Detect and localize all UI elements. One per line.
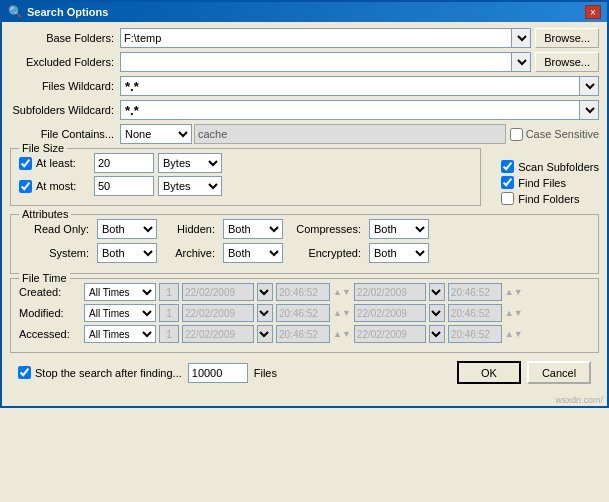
accessed-row: Accessed: All TimesWithin LastNot Within…	[19, 325, 590, 343]
file-time-title: File Time	[19, 272, 70, 284]
files-wildcard-row: Files Wildcard: *.*	[10, 76, 599, 96]
excluded-folders-input[interactable]	[120, 52, 512, 72]
compresses-label: Compresses:	[291, 223, 361, 235]
titlebar: 🔍 Search Options ×	[2, 2, 607, 22]
accessed-arrow2: ▲▼	[505, 329, 523, 339]
created-date1-dropdown	[257, 283, 273, 301]
excluded-folders-dropdown[interactable]	[511, 52, 531, 72]
hidden-combo[interactable]: BothYesNo	[223, 219, 283, 239]
file-contains-combo[interactable]: None	[120, 124, 192, 144]
subfolders-wildcard-dropdown[interactable]	[579, 100, 599, 120]
created-date1: 22/02/2009	[182, 283, 254, 301]
accessed-time2: 20:46:52	[448, 325, 502, 343]
find-files-checkbox[interactable]	[501, 176, 514, 189]
accessed-arrow: ▲▼	[333, 329, 351, 339]
modified-combo[interactable]: All TimesWithin LastNot Within LastBefor…	[84, 304, 156, 322]
window-icon: 🔍	[8, 5, 23, 19]
file-contains-label: File Contains...	[10, 128, 120, 140]
created-arrow: ▲▼	[333, 287, 351, 297]
excluded-folders-browse-button[interactable]: Browse...	[535, 52, 599, 72]
modified-date1: 22/02/2009	[182, 304, 254, 322]
encrypted-label: Encrypted:	[291, 247, 361, 259]
right-checks: Scan Subfolders Find Files Find Folders	[491, 148, 599, 210]
at-least-unit-combo[interactable]: BytesKBMBGB	[158, 153, 222, 173]
created-time2: 20:46:52	[448, 283, 502, 301]
at-most-checkbox[interactable]	[19, 180, 32, 193]
compresses-combo[interactable]: BothYesNo	[369, 219, 429, 239]
stop-label: Stop the search after finding...	[18, 366, 182, 379]
created-combo[interactable]: All TimesWithin LastNot Within LastBefor…	[84, 283, 156, 301]
created-label: Created:	[19, 286, 81, 298]
created-row: Created: All TimesWithin LastNot Within …	[19, 283, 590, 301]
archive-label: Archive:	[165, 247, 215, 259]
created-date2: 22/02/2009	[354, 283, 426, 301]
ok-button[interactable]: OK	[457, 361, 521, 384]
at-least-checkbox[interactable]	[19, 157, 32, 170]
at-most-label: At most:	[36, 180, 94, 192]
scan-subfolders-label: Scan Subfolders	[518, 161, 599, 173]
excluded-folders-label: Excluded Folders:	[10, 56, 120, 68]
read-only-combo[interactable]: BothYesNo	[97, 219, 157, 239]
find-files-row: Find Files	[501, 176, 599, 189]
accessed-time1: 20:46:52	[276, 325, 330, 343]
modified-arrow2: ▲▼	[505, 308, 523, 318]
at-most-input[interactable]	[94, 176, 154, 196]
stop-value-input[interactable]	[188, 363, 248, 383]
accessed-combo[interactable]: All TimesWithin LastNot Within LastBefor…	[84, 325, 156, 343]
file-size-title: File Size	[19, 142, 67, 154]
base-folders-label: Base Folders:	[10, 32, 120, 44]
excluded-folders-row: Excluded Folders: Browse...	[10, 52, 599, 72]
window-title: Search Options	[27, 6, 108, 18]
modified-row: Modified: All TimesWithin LastNot Within…	[19, 304, 590, 322]
search-options-window: 🔍 Search Options × Base Folders: Browse.…	[0, 0, 609, 408]
subfolders-wildcard-row: Subfolders Wildcard: *.*	[10, 100, 599, 120]
base-folders-input[interactable]	[120, 28, 512, 48]
created-time1: 20:46:52	[276, 283, 330, 301]
stop-checkbox[interactable]	[18, 366, 31, 379]
modified-date2: 22/02/2009	[354, 304, 426, 322]
files-wildcard-display: *.*	[120, 76, 580, 96]
modified-date2-dropdown	[429, 304, 445, 322]
modified-num	[159, 304, 179, 322]
encrypted-combo[interactable]: BothYesNo	[369, 243, 429, 263]
attributes-row1: Read Only: BothYesNo Hidden: BothYesNo C…	[19, 219, 590, 239]
base-folders-dropdown[interactable]	[511, 28, 531, 48]
archive-combo[interactable]: BothYesNo	[223, 243, 283, 263]
at-most-unit-combo[interactable]: BytesKBMBGB	[158, 176, 222, 196]
case-sensitive-checkbox[interactable]	[510, 128, 523, 141]
modified-label: Modified:	[19, 307, 81, 319]
close-button[interactable]: ×	[585, 5, 601, 19]
base-folders-browse-button[interactable]: Browse...	[535, 28, 599, 48]
modified-time2: 20:46:52	[448, 304, 502, 322]
modified-arrow: ▲▼	[333, 308, 351, 318]
find-folders-checkbox[interactable]	[501, 192, 514, 205]
modified-date1-dropdown	[257, 304, 273, 322]
files-wildcard-dropdown[interactable]	[579, 76, 599, 96]
file-contains-text[interactable]	[194, 124, 506, 144]
hidden-label: Hidden:	[165, 223, 215, 235]
scan-subfolders-row: Scan Subfolders	[501, 160, 599, 173]
at-least-row: At least: BytesKBMBGB	[19, 153, 472, 173]
size-scan-row: File Size At least: BytesKBMBGB At most:…	[10, 148, 599, 210]
subfolders-wildcard-label: Subfolders Wildcard:	[10, 104, 120, 116]
subfolders-wildcard-star: *.*	[125, 103, 139, 118]
case-sensitive-label: Case Sensitive	[510, 128, 599, 141]
base-folders-row: Base Folders: Browse...	[10, 28, 599, 48]
accessed-date2-dropdown	[429, 325, 445, 343]
system-combo[interactable]: BothYesNo	[97, 243, 157, 263]
at-least-input[interactable]	[94, 153, 154, 173]
accessed-date2: 22/02/2009	[354, 325, 426, 343]
file-size-group: File Size At least: BytesKBMBGB At most:…	[10, 148, 481, 206]
attributes-title: Attributes	[19, 208, 71, 220]
bottom-bar: Stop the search after finding... Files O…	[10, 357, 599, 388]
watermark: wsxdn.com/	[2, 394, 607, 406]
attributes-group: Attributes Read Only: BothYesNo Hidden: …	[10, 214, 599, 274]
modified-time1: 20:46:52	[276, 304, 330, 322]
scan-subfolders-checkbox[interactable]	[501, 160, 514, 173]
system-label: System:	[19, 247, 89, 259]
cancel-button[interactable]: Cancel	[527, 361, 591, 384]
find-folders-row: Find Folders	[501, 192, 599, 205]
accessed-label: Accessed:	[19, 328, 81, 340]
read-only-label: Read Only:	[19, 223, 89, 235]
file-time-group: File Time Created: All TimesWithin LastN…	[10, 278, 599, 353]
